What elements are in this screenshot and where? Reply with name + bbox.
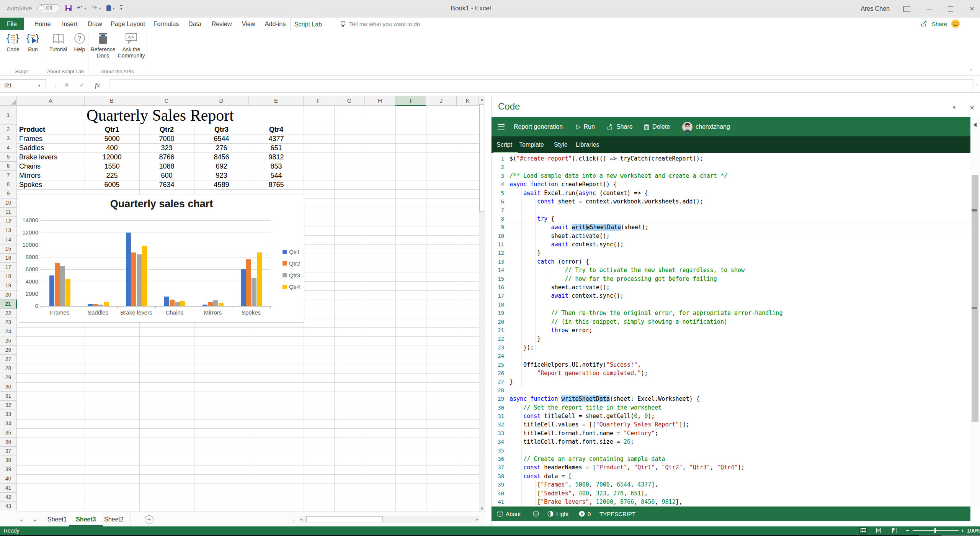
row-header-36[interactable]: 36 bbox=[0, 438, 17, 447]
add-sheet-icon[interactable]: + bbox=[145, 515, 154, 524]
column-header-A[interactable]: A bbox=[17, 96, 85, 106]
grid-cell[interactable]: 8765 bbox=[249, 180, 304, 189]
grid-cell[interactable]: 8456 bbox=[194, 152, 249, 162]
ribbon-tab-draw[interactable]: Draw bbox=[85, 18, 105, 30]
code-editor[interactable]: 1$("#create-report").click(() => tryCatc… bbox=[492, 153, 970, 506]
grid-cell[interactable]: Qtr4 bbox=[249, 125, 304, 134]
about-button[interactable]: iAbout bbox=[497, 506, 521, 521]
pane-close-icon[interactable]: ✕ bbox=[970, 104, 975, 111]
error-count[interactable]: 0 bbox=[579, 506, 591, 521]
confirm-entry-icon[interactable]: ✓ bbox=[80, 82, 85, 89]
row-header-33[interactable]: 33 bbox=[0, 410, 17, 419]
row-header-17[interactable]: 17 bbox=[0, 263, 17, 272]
row-header-35[interactable]: 35 bbox=[0, 428, 17, 438]
row-header-19[interactable]: 19 bbox=[0, 281, 17, 290]
row-header-13[interactable]: 13 bbox=[0, 226, 17, 235]
expand-formula-bar-icon[interactable]: ⌄ bbox=[975, 82, 979, 87]
language-mode[interactable]: TYPESCRIPT bbox=[599, 506, 635, 521]
grid-cell[interactable]: 5000 bbox=[85, 134, 139, 143]
vertical-scrollbar[interactable]: ▲ ▼ bbox=[479, 96, 485, 512]
feedback-button[interactable] bbox=[533, 506, 539, 521]
column-header-K[interactable]: K bbox=[457, 96, 479, 106]
column-header-E[interactable]: E bbox=[249, 96, 304, 106]
editor-scroll-thumb[interactable] bbox=[972, 175, 978, 422]
row-header-16[interactable]: 16 bbox=[0, 254, 17, 263]
share-button[interactable]: Share bbox=[932, 21, 947, 27]
row-header-38[interactable]: 38 bbox=[0, 456, 17, 465]
grid-cell[interactable]: 692 bbox=[194, 162, 249, 171]
row-header-15[interactable]: 15 bbox=[0, 244, 17, 254]
feedback-smiley-icon[interactable] bbox=[951, 19, 960, 28]
column-header-I[interactable]: I bbox=[395, 96, 426, 106]
menu-button[interactable] bbox=[498, 117, 505, 136]
editor-scrollbar-gutter[interactable] bbox=[970, 117, 980, 506]
grid-cell[interactable]: Brake levers bbox=[19, 152, 85, 162]
sheet-nav-right-icon[interactable]: ▸ bbox=[34, 517, 36, 523]
row-header-42[interactable]: 42 bbox=[0, 493, 17, 502]
grid-cell[interactable]: Qtr1 bbox=[85, 125, 139, 134]
run-button[interactable]: {}Run bbox=[24, 32, 41, 52]
row-header-22[interactable]: 22 bbox=[0, 309, 17, 318]
ribbon-display-options-icon[interactable]: ↑ bbox=[903, 6, 910, 12]
row-header-29[interactable]: 29 bbox=[0, 373, 17, 382]
grid-cell[interactable]: 600 bbox=[139, 171, 194, 180]
row-header-28[interactable]: 28 bbox=[0, 364, 17, 373]
grid-cell[interactable]: Frames bbox=[19, 134, 85, 143]
grid-cell[interactable]: 8766 bbox=[139, 152, 194, 162]
column-header-J[interactable]: J bbox=[426, 96, 457, 106]
grid-cell[interactable]: 7634 bbox=[139, 180, 194, 189]
grid-cell[interactable]: 853 bbox=[249, 162, 304, 171]
row-header-37[interactable]: 37 bbox=[0, 447, 17, 456]
row-header-7[interactable]: 7 bbox=[0, 171, 17, 180]
ribbon-tab-review[interactable]: Review bbox=[209, 18, 234, 30]
scroll-down-icon[interactable]: ▼ bbox=[479, 506, 485, 511]
row-header-4[interactable]: 4 bbox=[0, 143, 17, 152]
minimize-icon[interactable]: — bbox=[924, 6, 934, 12]
name-box-dropdown-icon[interactable]: ▾ bbox=[38, 84, 40, 88]
restore-icon[interactable] bbox=[948, 6, 953, 11]
zoom-level[interactable]: 100% bbox=[967, 528, 980, 534]
horizontal-scrollbar[interactable]: ◂ ▸ bbox=[299, 516, 479, 523]
pane-collapse-icon[interactable] bbox=[973, 123, 977, 127]
row-header-5[interactable]: 5 bbox=[0, 152, 17, 162]
insert-function-icon[interactable]: fx bbox=[95, 82, 100, 89]
column-header-F[interactable]: F bbox=[304, 96, 334, 106]
grid-cell[interactable]: Mirrors bbox=[19, 171, 85, 180]
page-layout-view-button[interactable] bbox=[876, 528, 881, 533]
grid-cell[interactable]: 4589 bbox=[194, 180, 249, 189]
grid-cell[interactable]: Spokes bbox=[19, 180, 85, 189]
zoom-slider-thumb[interactable] bbox=[934, 528, 936, 533]
formula-input[interactable] bbox=[109, 79, 973, 91]
vertical-scroll-thumb[interactable] bbox=[479, 104, 484, 211]
row-header-32[interactable]: 32 bbox=[0, 401, 17, 410]
ribbon-tab-file[interactable]: File bbox=[0, 18, 24, 30]
ribbon-tab-view[interactable]: View bbox=[238, 18, 259, 30]
grid-cell[interactable]: 7000 bbox=[139, 134, 194, 143]
row-header-9[interactable]: 9 bbox=[0, 189, 17, 198]
scroll-left-icon[interactable]: ◂ bbox=[300, 517, 302, 522]
row-header-21[interactable]: 21 bbox=[0, 300, 17, 309]
zoom-out-icon[interactable]: − bbox=[906, 527, 909, 534]
grid-cell[interactable]: 400 bbox=[85, 143, 139, 152]
grid-cell[interactable]: 323 bbox=[139, 143, 194, 152]
ribbon-tab-formulas[interactable]: Formulas bbox=[152, 18, 181, 30]
grid-cell[interactable]: Qtr2 bbox=[139, 125, 194, 134]
column-header-D[interactable]: D bbox=[194, 96, 249, 106]
row-header-23[interactable]: 23 bbox=[0, 318, 17, 327]
grid-cell[interactable]: 225 bbox=[85, 171, 139, 180]
row-header-12[interactable]: 12 bbox=[0, 217, 17, 226]
share-snippet-button[interactable]: Share bbox=[606, 117, 633, 136]
column-header-C[interactable]: C bbox=[139, 96, 194, 106]
row-header-39[interactable]: 39 bbox=[0, 465, 17, 474]
grid-cell[interactable]: 651 bbox=[249, 143, 304, 152]
column-header-H[interactable]: H bbox=[365, 96, 395, 106]
grid-cell[interactable]: 4377 bbox=[249, 134, 304, 143]
ribbon-tab-insert[interactable]: Insert bbox=[58, 18, 81, 30]
theme-button[interactable]: Light bbox=[547, 506, 569, 521]
row-header-31[interactable]: 31 bbox=[0, 392, 17, 401]
tutorial-button[interactable]: Tutorial bbox=[46, 32, 70, 52]
row-header-30[interactable]: 30 bbox=[0, 382, 17, 392]
grid-cell[interactable]: 544 bbox=[249, 171, 304, 180]
run-button[interactable]: ▷Run bbox=[576, 117, 595, 136]
report-title-cell[interactable]: Quarterly Sales Report bbox=[17, 106, 304, 125]
